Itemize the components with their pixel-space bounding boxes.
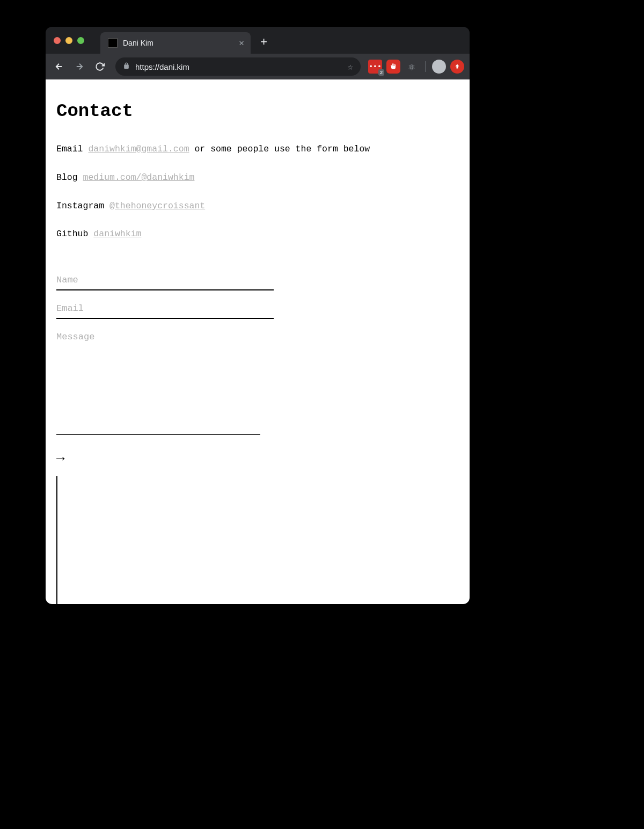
lock-icon xyxy=(123,62,130,71)
page-viewport: Contact Email daniwhkim@gmail.com or som… xyxy=(46,79,470,604)
contact-blog-row: Blog medium.com/@daniwhkim xyxy=(56,171,459,185)
browser-tab[interactable]: Dani Kim ✕ xyxy=(100,32,251,54)
toolbar: https://dani.kim ☆ ••• 2 ⚛ xyxy=(46,54,470,79)
blog-link[interactable]: medium.com/@daniwhkim xyxy=(83,172,195,183)
extension-ublock-icon[interactable] xyxy=(386,60,400,74)
instagram-link[interactable]: @thehoneycroissant xyxy=(109,201,205,211)
github-link[interactable]: daniwhkim xyxy=(93,229,141,239)
contact-form: → xyxy=(56,271,274,604)
extension-react-icon[interactable]: ⚛ xyxy=(405,60,419,74)
forward-button[interactable] xyxy=(71,59,87,75)
email-suffix: or some people use the form below xyxy=(189,144,370,154)
contact-instagram-row: Instagram @thehoneycroissant xyxy=(56,200,459,213)
extension-upload-icon[interactable] xyxy=(450,60,464,74)
reload-button[interactable] xyxy=(92,59,108,75)
window-minimize-button[interactable] xyxy=(65,37,72,44)
message-textarea[interactable] xyxy=(56,328,260,435)
titlebar: Dani Kim ✕ + xyxy=(46,27,470,54)
instagram-label: Instagram xyxy=(56,201,104,211)
window-maximize-button[interactable] xyxy=(77,37,84,44)
page-heading: Contact xyxy=(56,101,459,121)
email-label: Email xyxy=(56,144,83,154)
new-tab-button[interactable]: + xyxy=(260,36,267,49)
favicon xyxy=(108,38,118,48)
contact-email-row: Email daniwhkim@gmail.com or some people… xyxy=(56,143,459,156)
url-text: https://dani.kim xyxy=(135,62,342,71)
extension-lastpass-icon[interactable]: ••• 2 xyxy=(368,60,382,74)
window-close-button[interactable] xyxy=(54,37,61,44)
contact-github-row: Github daniwhkim xyxy=(56,228,459,241)
profile-avatar[interactable] xyxy=(432,60,446,74)
email-link[interactable]: daniwhkim@gmail.com xyxy=(88,144,189,154)
back-button[interactable] xyxy=(51,59,67,75)
bookmark-star-icon[interactable]: ☆ xyxy=(347,61,353,72)
traffic-lights xyxy=(54,37,84,44)
tab-close-button[interactable]: ✕ xyxy=(239,38,244,48)
submit-button[interactable]: → xyxy=(56,450,65,467)
address-bar[interactable]: https://dani.kim ☆ xyxy=(115,57,361,76)
extension-badge: 2 xyxy=(378,69,384,76)
toolbar-divider xyxy=(425,61,426,72)
vertical-divider xyxy=(56,476,274,604)
blog-label: Blog xyxy=(56,172,78,183)
arrow-right-icon: → xyxy=(56,450,65,467)
name-input[interactable] xyxy=(56,271,274,290)
email-input[interactable] xyxy=(56,299,274,319)
github-label: Github xyxy=(56,229,88,239)
tab-title: Dani Kim xyxy=(123,39,153,47)
browser-window: Dani Kim ✕ + https://dani.kim ☆ ••• 2 ⚛ xyxy=(46,27,470,604)
